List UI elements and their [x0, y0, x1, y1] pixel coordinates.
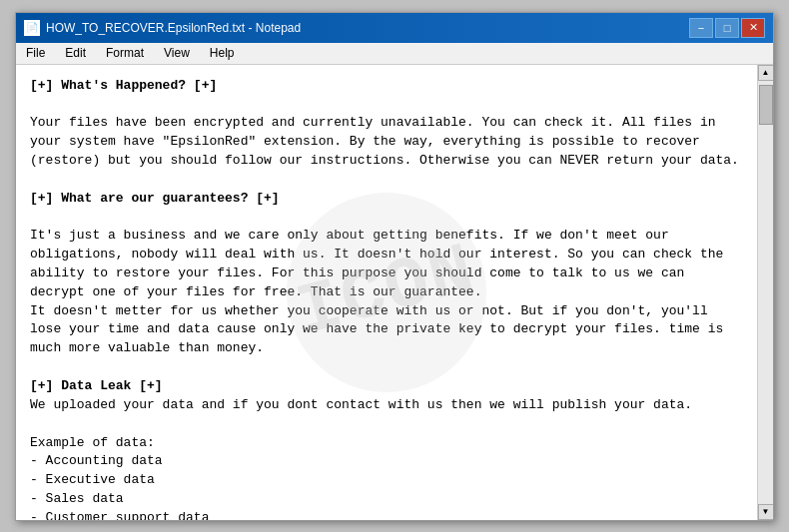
text-editor[interactable]: ICON [+] What's Happened? [+] Your files… [16, 65, 757, 520]
scroll-down-arrow[interactable]: ▼ [758, 504, 774, 520]
section3-intro: We uploaded your data and if you dont co… [30, 396, 743, 415]
section3-example-header: Example of data: [30, 434, 743, 453]
section3-item-1: - Executive data [30, 471, 743, 490]
minimize-button[interactable]: − [689, 18, 713, 38]
section3-item-2: - Sales data [30, 490, 743, 509]
scroll-thumb[interactable] [759, 85, 773, 125]
section2-header: [+] What are our guarantees? [+] [30, 190, 743, 209]
title-bar-left: 📄 HOW_TO_RECOVER.EpsilonRed.txt - Notepa… [24, 20, 301, 36]
title-bar: 📄 HOW_TO_RECOVER.EpsilonRed.txt - Notepa… [16, 13, 773, 43]
menu-format[interactable]: Format [102, 45, 148, 61]
menu-bar: File Edit Format View Help [16, 43, 773, 65]
section2-body: It's just a business and we care only ab… [30, 227, 743, 358]
section3-item-3: - Customer support data [30, 509, 743, 520]
scroll-track[interactable] [758, 81, 773, 504]
section1-body: Your files have been encrypted and curre… [30, 114, 743, 171]
scrollbar[interactable]: ▲ ▼ [757, 65, 773, 520]
menu-view[interactable]: View [160, 45, 194, 61]
section1-header: [+] What's Happened? [+] [30, 77, 743, 96]
notepad-window: 📄 HOW_TO_RECOVER.EpsilonRed.txt - Notepa… [15, 12, 774, 521]
maximize-button[interactable]: □ [715, 18, 739, 38]
app-icon: 📄 [24, 20, 40, 36]
close-button[interactable]: ✕ [741, 18, 765, 38]
section3-item-0: - Accounting data [30, 452, 743, 471]
menu-file[interactable]: File [22, 45, 49, 61]
window-controls: − □ ✕ [689, 18, 765, 38]
section3-header: [+] Data Leak [+] [30, 377, 743, 396]
content-area: ICON [+] What's Happened? [+] Your files… [16, 65, 773, 520]
menu-help[interactable]: Help [206, 45, 239, 61]
scroll-up-arrow[interactable]: ▲ [758, 65, 774, 81]
menu-edit[interactable]: Edit [61, 45, 90, 61]
window-title: HOW_TO_RECOVER.EpsilonRed.txt - Notepad [46, 21, 301, 35]
